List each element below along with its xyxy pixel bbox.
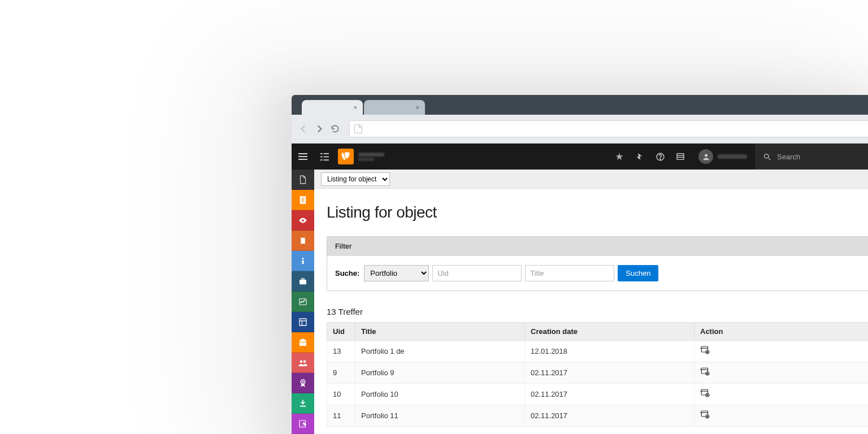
bookmark-icon[interactable] [609,144,630,170]
url-bar[interactable] [349,120,868,137]
cell-action [695,362,869,384]
svg-point-31 [300,360,303,363]
svg-rect-4 [320,159,323,160]
module-briefcase[interactable] [292,271,314,292]
content-area: Listing for object Listing for object Fi… [314,170,868,434]
browser-window: × × [292,95,868,434]
cell-uid: 9 [327,362,355,384]
svg-rect-3 [323,156,328,157]
filter-uid-input[interactable] [432,265,522,281]
svg-point-40 [707,351,708,353]
table-row: 10Portfolio 1002.11.2017 [327,384,869,405]
view-action-icon[interactable] [700,367,710,377]
cell-date: 02.11.2017 [525,405,695,427]
results-table: Uid Title Creation date Action 13Portfol… [327,322,868,427]
app-topbar [292,144,868,170]
nav-forward-icon[interactable] [314,124,324,134]
svg-line-13 [768,158,770,160]
svg-rect-27 [300,319,306,326]
svg-point-52 [707,416,708,417]
module-toolbar: Listing for object [314,170,868,189]
browser-tab-active[interactable]: × [302,100,363,115]
global-search[interactable] [755,144,868,170]
help-icon[interactable] [650,144,670,170]
filter-panel: Filter Suche: Portfolio Suchen [327,236,868,291]
cell-date: 02.11.2017 [525,384,695,405]
filter-title-input[interactable] [525,265,614,281]
tab-close-icon[interactable]: × [354,104,357,111]
list-icon[interactable] [670,144,691,170]
module-view[interactable] [292,210,314,231]
table-row: 11Portfolio 1102.11.2017 [327,405,869,427]
svg-rect-1 [323,153,328,154]
page-icon [354,124,362,133]
svg-point-44 [707,373,708,374]
module-select[interactable]: Listing for object [321,172,390,186]
nav-reload-icon[interactable] [330,124,340,134]
module-edit[interactable] [292,414,314,434]
module-info[interactable] [292,251,314,271]
svg-point-32 [303,360,306,363]
view-action-icon[interactable] [700,388,710,398]
svg-rect-17 [301,201,305,202]
col-header-action: Action [695,323,869,341]
cell-uid: 10 [327,384,355,405]
cell-title: Portfolio 10 [355,384,525,405]
result-count: 13 Treffer [327,307,868,316]
svg-rect-24 [300,280,306,284]
view-action-icon[interactable] [700,410,710,420]
svg-rect-16 [301,199,305,200]
svg-rect-15 [301,198,305,198]
brand-text [358,153,384,161]
cell-date: 12.01.2018 [525,341,695,362]
cell-title: Portfolio 11 [355,405,525,427]
module-film[interactable] [292,231,314,251]
filter-label: Suche: [335,269,359,277]
module-menu [292,170,314,434]
module-users[interactable] [292,353,314,373]
browser-tab-inactive[interactable]: × [364,100,425,115]
search-button[interactable]: Suchen [618,265,658,281]
svg-point-23 [302,258,304,259]
module-layout[interactable] [292,312,314,332]
svg-rect-22 [302,260,304,264]
svg-point-48 [707,394,708,396]
cache-icon[interactable] [630,144,650,170]
page-title: Listing for object [327,203,868,222]
svg-point-34 [302,381,304,383]
module-package[interactable] [292,332,314,353]
module-content[interactable] [292,190,314,210]
module-page[interactable] [292,170,314,190]
filter-type-select[interactable]: Portfolio [364,265,429,281]
page-tree-toggle-icon[interactable] [314,153,335,161]
table-row: 13Portfolio 1 de12.01.2018 [327,341,869,362]
svg-rect-8 [677,154,684,160]
browser-toolbar [292,115,868,144]
cell-uid: 11 [327,405,355,427]
user-menu[interactable] [691,149,755,164]
user-name [718,154,747,159]
search-input[interactable] [777,153,868,161]
cell-uid: 13 [327,341,355,362]
tab-close-icon[interactable]: × [416,104,419,111]
svg-rect-35 [300,405,306,406]
svg-rect-21 [305,237,306,244]
nav-back-icon[interactable] [298,124,309,134]
svg-point-12 [765,154,769,158]
module-chart[interactable] [292,292,314,312]
svg-rect-2 [320,156,323,157]
browser-tabbar: × × [292,95,868,115]
svg-point-18 [302,219,304,222]
module-download[interactable] [292,393,314,414]
cell-action [695,405,869,427]
col-header-date: Creation date [525,323,695,341]
module-menu-toggle-icon[interactable] [292,156,314,157]
svg-point-7 [659,158,660,159]
col-header-title: Title [355,323,525,341]
table-row: 9Portfolio 902.11.2017 [327,362,869,384]
view-action-icon[interactable] [700,345,710,355]
svg-point-11 [705,154,708,157]
cell-date: 02.11.2017 [525,362,695,384]
module-award[interactable] [292,373,314,393]
svg-rect-25 [302,278,305,279]
